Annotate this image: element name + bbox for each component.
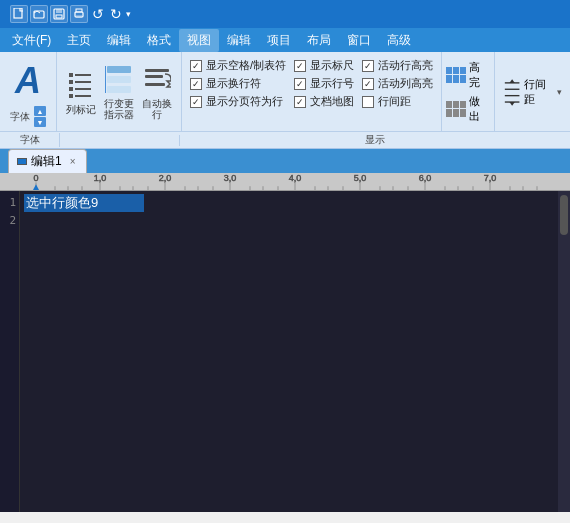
svg-text:7,0: 7,0 bbox=[484, 174, 497, 184]
undo-button[interactable]: ↺ bbox=[90, 6, 106, 22]
cb-active-col-box[interactable] bbox=[362, 78, 374, 90]
cb-show-spaces[interactable]: 显示空格/制表符 bbox=[190, 58, 286, 73]
tab-close-button[interactable]: × bbox=[70, 156, 76, 167]
cb-active-row-box[interactable] bbox=[362, 60, 374, 72]
svg-rect-3 bbox=[56, 9, 62, 13]
svg-text:5,0: 5,0 bbox=[354, 174, 367, 184]
cb-docmap[interactable]: 文档地图 bbox=[294, 94, 354, 109]
font-size-up[interactable]: ▲ bbox=[34, 106, 46, 116]
open-file-icon[interactable] bbox=[30, 5, 48, 23]
svg-rect-12 bbox=[69, 87, 73, 91]
svg-rect-13 bbox=[75, 88, 91, 90]
cb-show-page-box[interactable] bbox=[190, 96, 202, 108]
tab-file-icon bbox=[17, 158, 27, 165]
font-icon[interactable]: A bbox=[8, 56, 48, 106]
svg-rect-16 bbox=[107, 66, 131, 73]
ruler: 0 1,0 2,0 3,0 4,0 5,0 6,0 7,0 bbox=[0, 173, 570, 191]
svg-rect-20 bbox=[145, 69, 169, 72]
auto-wrap-label: 自动换行 bbox=[141, 98, 173, 120]
cb-line-spacing-box[interactable] bbox=[362, 96, 374, 108]
auto-wrap-button[interactable]: 自动换行 bbox=[139, 67, 175, 117]
cb-active-col-label: 活动列高亮 bbox=[378, 76, 433, 91]
menu-project[interactable]: 项目 bbox=[259, 29, 299, 52]
svg-text:1,0: 1,0 bbox=[94, 174, 107, 184]
ribbon-bottom-row: 字体 显示 bbox=[0, 131, 570, 149]
menu-format[interactable]: 格式 bbox=[139, 29, 179, 52]
svg-rect-7 bbox=[76, 15, 82, 18]
line-spacing-group: 行间距 ▾ bbox=[495, 52, 570, 131]
tab-doc-icon bbox=[17, 158, 27, 165]
cb-show-lineno[interactable]: 显示行号 bbox=[294, 76, 354, 91]
svg-rect-14 bbox=[69, 94, 73, 98]
font-size-down[interactable]: ▼ bbox=[34, 117, 46, 127]
ribbon: A 字体 ▲ ▼ bbox=[0, 52, 570, 149]
ribbon-icon-buttons: 列标记 行变更指示器 bbox=[57, 52, 182, 131]
menu-window[interactable]: 窗口 bbox=[339, 29, 379, 52]
line-spacing-arrow: ▾ bbox=[557, 87, 562, 97]
menu-view[interactable]: 视图 bbox=[179, 29, 219, 52]
svg-rect-17 bbox=[107, 76, 131, 83]
svg-marker-28 bbox=[509, 102, 514, 106]
cb-show-ruler-label: 显示标尺 bbox=[310, 58, 354, 73]
make-out-btn[interactable]: 做出 bbox=[446, 94, 490, 124]
print-icon[interactable] bbox=[70, 5, 88, 23]
cb-line-spacing-label: 行间距 bbox=[378, 94, 411, 109]
toolbar-dropdown[interactable]: ▾ bbox=[126, 9, 131, 19]
new-file-icon[interactable] bbox=[10, 5, 28, 23]
tab-editor1-label: 编辑1 bbox=[31, 153, 62, 170]
menu-home[interactable]: 主页 bbox=[59, 29, 99, 52]
line-spacing-select[interactable]: 行间距 ▾ bbox=[503, 77, 562, 107]
cb-show-newline-box[interactable] bbox=[190, 78, 202, 90]
cb-docmap-box[interactable] bbox=[294, 96, 306, 108]
editor-scrollbar[interactable] bbox=[558, 191, 570, 512]
svg-rect-0 bbox=[14, 8, 22, 18]
checkboxes-area: 显示空格/制表符 显示换行符 显示分页符为行 显示标尺 bbox=[182, 52, 442, 131]
cb-show-page-label: 显示分页符为行 bbox=[206, 94, 283, 109]
list-mark-icon bbox=[67, 69, 95, 101]
list-mark-button[interactable]: 列标记 bbox=[63, 67, 99, 117]
line-numbers: 1 2 bbox=[0, 191, 20, 512]
svg-rect-10 bbox=[69, 80, 73, 84]
cb-active-row[interactable]: 活动行高亮 bbox=[362, 58, 433, 73]
high-complete-btn[interactable]: 高完 bbox=[446, 60, 490, 90]
cb-show-newline-label: 显示换行符 bbox=[206, 76, 261, 91]
editor-content[interactable]: 选中行颜色9 bbox=[20, 191, 558, 512]
font-size-arrows: ▲ ▼ bbox=[34, 106, 46, 127]
menu-edit[interactable]: 编辑 bbox=[99, 29, 139, 52]
tab-editor1[interactable]: 编辑1 × bbox=[8, 149, 87, 173]
cb-active-col[interactable]: 活动列高亮 bbox=[362, 76, 433, 91]
menu-edit2[interactable]: 编辑 bbox=[219, 29, 259, 52]
save-icon[interactable] bbox=[50, 5, 68, 23]
scrollbar-thumb[interactable] bbox=[560, 195, 568, 235]
cb-docmap-label: 文档地图 bbox=[310, 94, 354, 109]
redo-button[interactable]: ↻ bbox=[108, 6, 124, 22]
font-group: A 字体 ▲ ▼ bbox=[0, 52, 57, 131]
menu-layout[interactable]: 布局 bbox=[299, 29, 339, 52]
svg-rect-22 bbox=[145, 83, 165, 86]
svg-text:4,0: 4,0 bbox=[289, 174, 302, 184]
svg-rect-15 bbox=[75, 95, 91, 97]
svg-rect-11 bbox=[75, 81, 91, 83]
cb-show-ruler-box[interactable] bbox=[294, 60, 306, 72]
cb-show-page[interactable]: 显示分页符为行 bbox=[190, 94, 286, 109]
editor-area[interactable]: 1 2 选中行颜色9 bbox=[0, 191, 570, 512]
cb-show-ruler[interactable]: 显示标尺 bbox=[294, 58, 354, 73]
cb-show-lineno-box[interactable] bbox=[294, 78, 306, 90]
menu-file[interactable]: 文件(F) bbox=[4, 29, 59, 52]
cb-show-lineno-label: 显示行号 bbox=[310, 76, 354, 91]
svg-text:3,0: 3,0 bbox=[224, 174, 237, 184]
line-spacing-icon bbox=[503, 77, 521, 107]
svg-rect-4 bbox=[56, 15, 62, 18]
cb-show-newline[interactable]: 显示换行符 bbox=[190, 76, 286, 91]
cb-line-spacing[interactable]: 行间距 bbox=[362, 94, 433, 109]
line-spacing-label-text: 行间距 bbox=[524, 77, 554, 107]
icon-buttons-label bbox=[60, 135, 180, 146]
line-change-button[interactable]: 行变更指示器 bbox=[101, 67, 137, 117]
svg-rect-18 bbox=[107, 86, 131, 93]
svg-rect-9 bbox=[75, 74, 91, 76]
cb-show-spaces-box[interactable] bbox=[190, 60, 202, 72]
make-out-label: 做出 bbox=[469, 94, 489, 124]
font-label: 字体 bbox=[10, 110, 30, 124]
high-complete-label: 高完 bbox=[469, 60, 489, 90]
menu-advanced[interactable]: 高级 bbox=[379, 29, 419, 52]
